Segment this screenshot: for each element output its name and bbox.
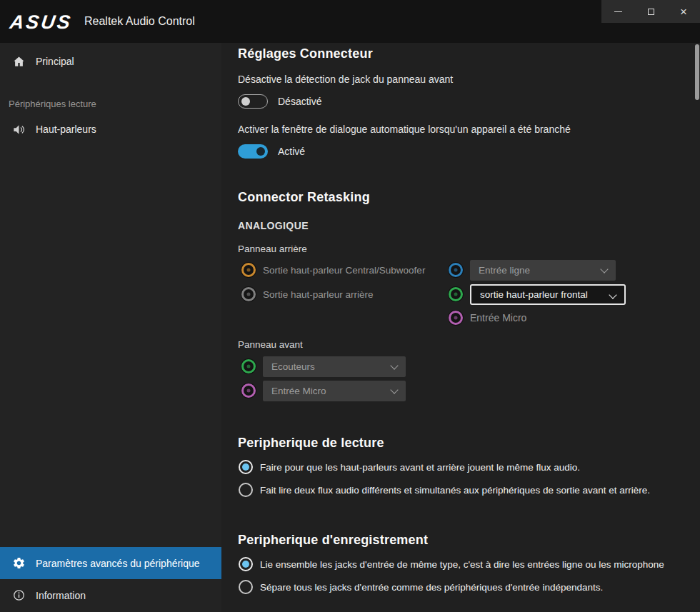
radio-option-label: Sépare tous les jacks d'entrée comme des… — [260, 582, 603, 593]
jack-detection-label: Désactive la détection de jack du pannea… — [238, 74, 453, 85]
info-icon — [11, 588, 26, 603]
toggle-state-label: Désactivé — [278, 96, 321, 107]
dropdown-value: Entrée ligne — [479, 265, 530, 276]
playback-option-two-streams[interactable]: Fait lire deux flux audio différents et … — [239, 481, 650, 498]
gear-icon — [11, 556, 26, 571]
jack-blue-icon — [449, 263, 463, 277]
auto-popup-label: Activer la fenêtre de dialogue automatiq… — [238, 124, 571, 135]
retask-row-front-1: Ecouteurs — [241, 356, 406, 377]
sidebar-item-label: Haut-parleurs — [36, 124, 96, 135]
window-title: Realtek Audio Control — [84, 15, 195, 28]
dropdown-value: sortie haut-parleur frontal — [480, 289, 588, 300]
front-panel-label: Panneau avant — [238, 339, 303, 350]
jack-detection-toggle-row: Désactivé — [238, 94, 321, 109]
maximize-icon — [648, 9, 654, 15]
auto-popup-toggle-row: Activé — [238, 144, 305, 159]
chevron-down-icon — [600, 265, 608, 273]
recording-option-tie-jacks[interactable]: Lie ensemble les jacks d'entrée de même … — [239, 556, 664, 573]
sidebar-item-information[interactable]: Information — [0, 579, 221, 611]
heading-peripherique-enregistrement: Peripherique d'enregistrement — [238, 533, 428, 548]
sidebar-bottom: Paramètres avancés du périphérique Infor… — [0, 547, 221, 611]
dropdown-value: Entrée Micro — [271, 386, 326, 396]
toggle-knob — [256, 147, 265, 156]
retask-dropdown-mic-in[interactable]: Entrée Micro — [263, 381, 406, 401]
retask-dropdown-front-speaker-out[interactable]: sortie haut-parleur frontal — [470, 284, 626, 305]
minimize-button[interactable] — [601, 0, 634, 23]
retask-dropdown-line-in[interactable]: Entrée ligne — [470, 260, 616, 281]
auto-popup-toggle[interactable] — [238, 144, 268, 159]
jack-label: Sortie haut-parleur Central/Subwoofer — [263, 265, 441, 276]
retask-row-front-2: Entrée Micro — [241, 380, 406, 401]
jack-orange-icon — [241, 263, 256, 277]
jack-detection-toggle[interactable] — [238, 94, 268, 109]
sidebar-item-label: Paramètres avancés du périphérique — [36, 558, 200, 569]
heading-peripherique-lecture: Peripherique de lecture — [238, 436, 384, 451]
heading-reglages-connecteur: Réglages Connecteur — [238, 46, 373, 61]
jack-gray-icon — [241, 287, 256, 301]
chevron-down-icon — [390, 361, 398, 369]
home-icon — [11, 54, 26, 69]
retask-row-rear-3: Entrée Micro — [449, 307, 526, 328]
main-content: Réglages Connecteur Désactive la détecti… — [221, 43, 700, 612]
sidebar-item-label: Information — [36, 590, 86, 601]
radio-selected-icon[interactable] — [239, 557, 253, 571]
jack-green-icon — [241, 359, 256, 373]
radio-option-label: Faire pour que les haut-parleurs avant e… — [260, 462, 580, 473]
radio-unselected-icon[interactable] — [239, 483, 253, 497]
sidebar: Principal Périphériques lecture Haut-par… — [0, 43, 221, 612]
chevron-down-icon — [390, 386, 398, 393]
title-bar: ASUS Realtek Audio Control × — [0, 0, 700, 43]
minimize-icon — [614, 11, 622, 12]
analog-section-label: ANALOGIQUE — [238, 220, 309, 231]
sidebar-section-label: Périphériques lecture — [0, 99, 221, 109]
retask-row-rear-1: Sortie haut-parleur Central/Subwoofer En… — [241, 259, 616, 281]
jack-pink-icon — [241, 383, 256, 398]
radio-option-label: Fait lire deux flux audio différents et … — [260, 485, 650, 496]
dropdown-value: Ecouteurs — [271, 361, 315, 372]
toggle-knob — [241, 97, 250, 106]
sidebar-item-label: Principal — [36, 56, 74, 67]
toggle-state-label: Activé — [278, 146, 305, 157]
close-button[interactable]: × — [667, 0, 700, 23]
maximize-button[interactable] — [634, 0, 667, 23]
sidebar-item-principal[interactable]: Principal — [0, 46, 221, 77]
close-icon: × — [680, 6, 687, 18]
radio-unselected-icon[interactable] — [239, 580, 253, 594]
radio-selected-icon[interactable] — [239, 460, 253, 474]
playback-option-same-stream[interactable]: Faire pour que les haut-parleurs avant e… — [239, 458, 580, 476]
asus-logo: ASUS — [9, 11, 74, 34]
sidebar-item-advanced-settings[interactable]: Paramètres avancés du périphérique — [0, 547, 221, 579]
retask-row-rear-2: Sortie haut-parleur arrière sortie haut-… — [241, 284, 626, 305]
rear-panel-label: Panneau arrière — [238, 244, 307, 254]
retask-dropdown-headphones[interactable]: Ecouteurs — [263, 356, 406, 377]
jack-green-icon — [449, 287, 463, 301]
heading-connector-retasking: Connector Retasking — [238, 190, 370, 205]
chevron-down-icon — [609, 291, 616, 299]
recording-option-separate-jacks[interactable]: Sépare tous les jacks d'entrée comme des… — [239, 578, 603, 596]
window-controls: × — [601, 0, 700, 23]
sidebar-item-haut-parleurs[interactable]: Haut-parleurs — [0, 114, 221, 145]
jack-label: Sortie haut-parleur arrière — [263, 289, 441, 300]
realtek-audio-control-window: ASUS Realtek Audio Control × Principal P… — [0, 0, 700, 612]
radio-option-label: Lie ensemble les jacks d'entrée de même … — [260, 559, 664, 570]
scrollbar-thumb[interactable] — [695, 44, 699, 100]
jack-pink-icon — [449, 311, 463, 325]
mic-in-label: Entrée Micro — [470, 312, 526, 323]
speaker-icon — [11, 122, 26, 136]
